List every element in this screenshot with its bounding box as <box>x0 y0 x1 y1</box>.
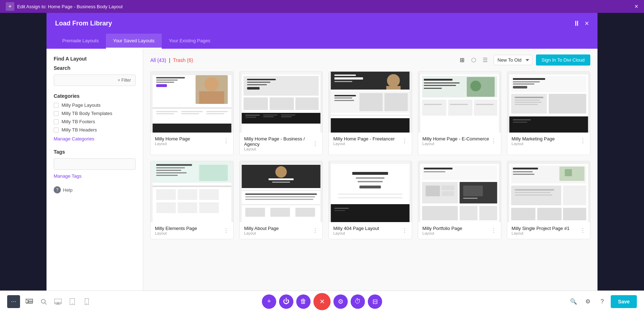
svg-rect-75 <box>514 102 541 103</box>
save-button[interactable]: Save <box>611 295 637 308</box>
card-footer-10: Milly Single Project Page #1 Layout ⋮ <box>507 222 590 239</box>
svg-rect-69 <box>513 83 534 85</box>
svg-rect-107 <box>270 208 290 217</box>
svg-rect-139 <box>513 171 532 172</box>
manage-categories-link[interactable]: Manage Categories <box>54 136 94 141</box>
layout-card-8[interactable]: Milly 404 Page Layout Layout ⋮ <box>328 161 412 239</box>
card-name-3: Milly Home Page - Freelancer <box>333 136 395 141</box>
layout-card-7[interactable]: Milly About Page Layout ⋮ <box>239 161 323 239</box>
history-button[interactable]: ⏱ <box>351 294 365 309</box>
tab-premade[interactable]: Premade Layouts <box>55 34 106 49</box>
svg-rect-30 <box>263 115 278 115</box>
svg-rect-48 <box>331 118 410 133</box>
layout-card-3[interactable]: Milly Home Page - Freelancer Layout ⋮ <box>328 71 412 155</box>
svg-rect-74 <box>514 100 540 101</box>
card-info-7: Milly About Page Layout <box>244 226 279 235</box>
search-btn[interactable]: 🔍 <box>568 296 579 307</box>
card-menu-4[interactable]: ⋮ <box>491 138 497 144</box>
tab-existing[interactable]: Your Existing Pages <box>162 34 218 49</box>
svg-rect-2 <box>156 77 185 78</box>
tags-input[interactable] <box>54 158 136 170</box>
tablet-view-icon[interactable] <box>66 295 79 308</box>
category-checkbox-3[interactable] <box>54 119 59 124</box>
search-layout-icon[interactable] <box>37 295 50 308</box>
category-checkbox-4[interactable] <box>54 128 59 133</box>
svg-rect-130 <box>463 186 483 196</box>
svg-rect-136 <box>509 161 588 164</box>
tab-bar: Premade Layouts Your Saved Layouts Your … <box>47 34 597 49</box>
filter-icon[interactable]: ⬡ <box>469 55 479 65</box>
category-checkbox-2[interactable] <box>54 111 59 116</box>
card-menu-7[interactable]: ⋮ <box>312 227 318 234</box>
help-label: Help <box>63 187 73 193</box>
svg-rect-21 <box>247 82 270 83</box>
search-box[interactable]: + Filter <box>54 75 136 86</box>
tab-saved[interactable]: Your Saved Layouts <box>106 34 162 49</box>
layout-card-9[interactable]: Milly Portfolio Page Layout ⋮ <box>418 161 501 239</box>
svg-rect-65 <box>509 72 588 75</box>
dots-menu-button[interactable]: ⋯ <box>7 295 20 308</box>
svg-rect-63 <box>475 104 493 105</box>
sign-in-divi-cloud-button[interactable]: Sign In To Divi Cloud <box>536 54 590 66</box>
sort-select[interactable]: New To Old Old To New A to Z Z to A <box>494 55 532 65</box>
layout-card-1[interactable]: Milly Home Page Layout ⋮ <box>150 71 234 155</box>
desktop-view-icon[interactable] <box>52 295 64 308</box>
all-count[interactable]: All (43) <box>150 57 166 63</box>
card-menu-9[interactable]: ⋮ <box>491 227 497 234</box>
settings-button[interactable]: ⚙ <box>333 294 348 309</box>
grid-view-icon[interactable]: ⊞ <box>457 55 467 65</box>
card-name-4: Milly Home Page - E-Commerce <box>423 136 489 141</box>
svg-rect-57 <box>424 88 441 89</box>
card-footer-1: Milly Home Page Layout ⋮ <box>151 133 233 149</box>
svg-rect-151 <box>26 299 33 303</box>
card-type-10: Layout <box>512 231 570 235</box>
svg-point-98 <box>275 166 287 178</box>
card-menu-8[interactable]: ⋮ <box>402 227 408 234</box>
card-menu-2[interactable]: ⋮ <box>312 140 318 147</box>
card-menu-6[interactable]: ⋮ <box>223 227 229 234</box>
card-menu-10[interactable]: ⋮ <box>580 227 586 234</box>
layout-card-10[interactable]: Milly Single Project Page #1 Layout ⋮ <box>507 161 590 239</box>
svg-rect-92 <box>156 202 176 213</box>
card-footer-5: Milly Marketing Page Layout ⋮ <box>507 133 590 149</box>
modal-close-button[interactable]: × <box>585 19 589 28</box>
mobile-view-icon[interactable] <box>80 295 93 308</box>
toolbar-right: ⊞ ⬡ ☰ New To Old Old To New A to Z Z to … <box>457 54 590 66</box>
help-btn[interactable]: ? <box>596 296 608 307</box>
card-thumbnail-7 <box>240 161 322 222</box>
main-content: All (43) | Trash (6) ⊞ ⬡ ☰ New To Old Ol… <box>143 49 597 312</box>
card-info-6: Milly Elements Page Layout <box>155 226 197 235</box>
settings-btn[interactable]: ⚙ <box>582 296 594 307</box>
svg-rect-29 <box>245 117 256 117</box>
modal-pause-button[interactable]: ⏸ <box>573 19 580 28</box>
category-checkbox-1[interactable] <box>54 103 59 108</box>
card-menu-1[interactable]: ⋮ <box>223 138 229 144</box>
list-view-icon[interactable]: ☰ <box>480 55 490 65</box>
layout-card-4[interactable]: Milly Home Page - E-Commerce Layout ⋮ <box>418 71 501 155</box>
svg-rect-131 <box>463 198 477 199</box>
close-button[interactable]: ✕ <box>313 293 331 310</box>
svg-point-155 <box>42 299 45 303</box>
svg-rect-73 <box>514 97 543 98</box>
trash-count[interactable]: Trash (6) <box>173 57 193 63</box>
desktop-layout-icon[interactable] <box>23 295 36 308</box>
power-button[interactable]: ⏻ <box>279 294 293 309</box>
card-menu-5[interactable]: ⋮ <box>580 138 586 144</box>
layout-card-2[interactable]: Milly Home Page - Business / Agency Layo… <box>239 71 323 155</box>
svg-rect-14 <box>206 111 228 112</box>
svg-rect-76 <box>514 104 538 105</box>
categories-label: Categories <box>54 93 136 99</box>
layout-card-6[interactable]: Milly Elements Page Layout ⋮ <box>150 161 234 239</box>
svg-rect-93 <box>178 202 197 213</box>
manage-tags-link[interactable]: Manage Tags <box>54 173 82 179</box>
trash-button[interactable]: 🗑 <box>296 294 311 309</box>
svg-rect-84 <box>156 170 181 171</box>
add-module-button[interactable]: + <box>262 294 276 309</box>
layout-card-5[interactable]: Milly Marketing Page Layout ⋮ <box>507 71 590 155</box>
help-link[interactable]: ? Help <box>54 186 136 193</box>
top-close-button[interactable]: × <box>634 3 638 10</box>
plus-button[interactable]: + <box>6 2 14 11</box>
columns-button[interactable]: ⊟ <box>368 294 382 309</box>
filter-button[interactable]: + Filter <box>118 78 131 83</box>
card-menu-3[interactable]: ⋮ <box>402 138 408 144</box>
